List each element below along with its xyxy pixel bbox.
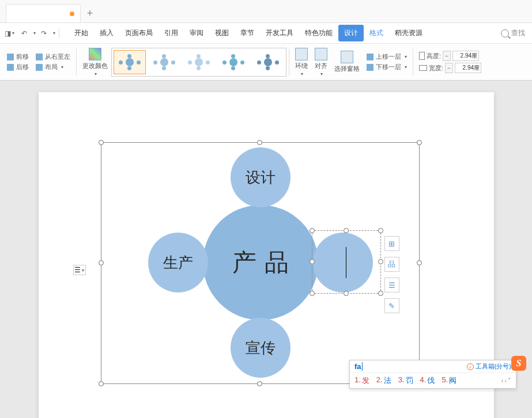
node-left[interactable]: 生产	[148, 233, 208, 292]
ime-candidate-4[interactable]: 4.伐	[420, 375, 435, 386]
resize-handle-icon[interactable]	[310, 291, 315, 296]
style-option-3[interactable]	[183, 50, 215, 74]
height-label: 高度:	[427, 52, 441, 60]
text-edit-frame[interactable]	[312, 230, 381, 294]
ime-toolbox-hint[interactable]: i 工具箱(分号)	[467, 362, 511, 371]
redo-dropdown-icon[interactable]: ▾	[53, 31, 55, 36]
tab-references[interactable]: 引用	[159, 25, 184, 41]
add-shape-button[interactable]: ⊞	[384, 236, 399, 251]
move-back-button[interactable]: 后移	[7, 63, 29, 71]
tab-view[interactable]: 视图	[209, 25, 235, 41]
send-backward-button[interactable]: 下移一层▾	[367, 63, 407, 71]
style-option-5[interactable]	[252, 50, 284, 74]
document-tab[interactable]	[6, 4, 81, 22]
resize-handle-icon[interactable]	[310, 228, 315, 233]
ime-prev-button[interactable]: ‹	[501, 377, 504, 385]
tab-features[interactable]: 特色功能	[299, 25, 338, 41]
change-layout-button[interactable]: 品	[384, 257, 399, 272]
node-bottom[interactable]: 宣传	[231, 318, 290, 378]
undo-dropdown-icon[interactable]: ▾	[33, 31, 36, 36]
document-workspace: ☰▾ 产品 设计 生产 宣传	[0, 81, 532, 418]
new-tab-button[interactable]: +	[81, 4, 99, 22]
ime-candidate-2[interactable]: 2.法	[376, 375, 391, 386]
ime-candidate-5[interactable]: 5.阀	[442, 375, 456, 386]
resize-handle-icon[interactable]	[417, 260, 422, 265]
move-back-icon	[7, 64, 14, 71]
redo-button[interactable]: ↷	[37, 26, 51, 40]
quick-access-toolbar: ◨▾ ↶ ▾ ↷ ▾	[2, 26, 62, 40]
move-group: 前移 后移	[3, 44, 32, 80]
change-color-button[interactable]: 更改颜色▾	[79, 45, 111, 79]
resize-handle-icon[interactable]	[257, 381, 262, 386]
tab-start[interactable]: 开始	[69, 25, 94, 41]
app-menu-button[interactable]: ◨▾	[2, 26, 16, 40]
smartart-float-toolbar: ⊞ 品 ☰ ✎	[384, 236, 399, 313]
tab-developer[interactable]: 开发工具	[260, 25, 299, 41]
ime-candidate-1[interactable]: 1.发	[354, 375, 369, 386]
undo-button[interactable]: ↶	[17, 26, 31, 40]
resize-handle-icon[interactable]	[99, 140, 104, 145]
node-center[interactable]: 产品	[203, 205, 318, 320]
resize-handle-icon[interactable]	[378, 259, 383, 264]
text-cursor-icon	[346, 247, 346, 278]
ime-candidate-list: 1.发 2.法 3.罚 4.伐 5.阀 ‹ › ˅	[350, 373, 516, 388]
selection-pane-button[interactable]: 选择窗格	[331, 48, 363, 75]
height-input[interactable]	[452, 51, 479, 61]
move-front-icon	[7, 54, 14, 60]
resize-handle-icon[interactable]	[378, 291, 383, 296]
tab-design[interactable]: 设计	[338, 25, 364, 41]
height-row: 高度: −	[419, 51, 481, 61]
edit-style-button[interactable]: ✎	[384, 298, 399, 313]
resize-handle-icon[interactable]	[417, 140, 422, 145]
resize-handle-icon[interactable]	[344, 291, 349, 296]
size-group: 高度: − 宽度: −	[416, 44, 485, 80]
sogou-logo-icon: S	[511, 356, 526, 371]
style-option-1[interactable]	[114, 50, 146, 74]
ribbon-tab-row: ◨▾ ↶ ▾ ↷ ▾ 开始 插入 页面布局 引用 审阅 视图 章节 开发工具 特…	[0, 23, 532, 44]
unsaved-indicator-icon	[70, 12, 74, 16]
separator-icon	[413, 48, 413, 76]
color-icon	[89, 48, 101, 60]
rtl-icon	[36, 54, 43, 60]
search-box[interactable]: 查找	[496, 26, 530, 40]
layout-icon	[36, 64, 43, 71]
separator-icon	[76, 48, 77, 76]
tab-format[interactable]: 格式	[364, 25, 389, 41]
resize-handle-icon[interactable]	[257, 140, 262, 145]
style-option-4[interactable]	[217, 50, 250, 74]
height-decrease-button[interactable]: −	[443, 51, 451, 61]
rtl-button[interactable]: 从右至左	[36, 52, 70, 61]
paragraph-options-button[interactable]: ☰▾	[73, 265, 86, 275]
wrap-button[interactable]: 环绕▾	[292, 45, 311, 79]
ime-next-button[interactable]: ›	[504, 377, 507, 385]
search-label: 查找	[511, 28, 525, 38]
ime-composition-text: fa	[354, 362, 363, 371]
tab-insert[interactable]: 插入	[94, 25, 119, 41]
resize-handle-icon[interactable]	[344, 228, 349, 233]
move-front-button[interactable]: 前移	[7, 52, 29, 61]
align-button[interactable]: 对齐▾	[311, 45, 331, 79]
resize-handle-icon[interactable]	[99, 260, 104, 265]
resize-handle-icon[interactable]	[310, 259, 315, 264]
ime-more-button[interactable]: ˅	[508, 377, 511, 385]
document-tab-bar: +	[0, 0, 532, 23]
width-input[interactable]	[455, 63, 481, 73]
tab-chapter[interactable]: 章节	[235, 25, 260, 41]
layout-button[interactable]: 布局▾	[36, 63, 70, 71]
resize-handle-icon[interactable]	[99, 381, 104, 386]
align-icon	[315, 48, 327, 60]
direction-group: 从右至左 布局▾	[32, 44, 74, 80]
tab-review[interactable]: 审阅	[184, 25, 209, 41]
bring-forward-button[interactable]: 上移一层▾	[367, 52, 407, 61]
resize-handle-icon[interactable]	[378, 228, 383, 233]
node-top[interactable]: 设计	[231, 147, 290, 207]
width-decrease-button[interactable]: −	[445, 63, 453, 73]
tab-docer[interactable]: 稻壳资源	[389, 25, 428, 41]
separator-icon	[289, 48, 289, 76]
tab-page-layout[interactable]: 页面布局	[119, 25, 159, 41]
style-option-2[interactable]	[148, 50, 180, 74]
item-options-button[interactable]: ☰	[384, 278, 399, 292]
ime-candidate-3[interactable]: 3.罚	[398, 375, 413, 386]
width-label: 宽度:	[429, 64, 443, 73]
info-icon: i	[467, 363, 474, 370]
